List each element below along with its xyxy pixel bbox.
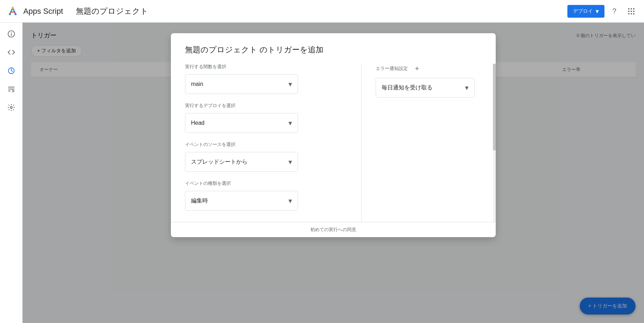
event-source-chevron-icon: ▾ (288, 158, 292, 166)
event-source-label: イベントのソースを選択 (185, 141, 347, 148)
grid-icon (627, 7, 635, 15)
dialog-bottom-label: 初めての実行への同意 (310, 227, 356, 232)
deploy-select-label: 実行するデプロイを選択 (185, 102, 347, 109)
svg-point-6 (633, 8, 634, 10)
function-chevron-icon: ▾ (288, 80, 292, 88)
modal-overlay: 無題のプロジェクト のトリガーを追加 実行する関数を選択 main ▾ 実行する… (23, 23, 644, 323)
event-type-label: イベントの種類を選択 (185, 180, 347, 187)
svg-point-11 (631, 13, 632, 14)
deploy-chevron-icon: ▾ (288, 119, 292, 127)
svg-point-12 (633, 13, 634, 14)
trigger-icon (7, 67, 15, 75)
settings-icon (7, 104, 15, 111)
svg-point-19 (10, 106, 12, 108)
sidebar-item-settings[interactable] (3, 99, 20, 116)
error-notify-select[interactable]: 毎日通知を受け取る ▾ (376, 78, 475, 98)
svg-point-15 (11, 32, 11, 33)
dialog-right-panel: エラー通知設定 + 毎日通知を受け取る ▾ (362, 64, 496, 222)
sidebar-item-code[interactable] (3, 44, 20, 61)
scrollbar-track (493, 64, 496, 222)
svg-point-2 (9, 13, 11, 15)
scrollbar-thumb[interactable] (493, 64, 496, 151)
error-notify-label: エラー通知設定 (376, 65, 408, 72)
deploy-button-label: デプロイ (573, 8, 593, 14)
sidebar (0, 23, 23, 323)
error-notify-chevron-icon: ▾ (465, 83, 469, 92)
function-select-label: 実行する関数を選択 (185, 64, 347, 70)
project-name: 無題のプロジェクト (76, 6, 148, 17)
executions-icon (7, 85, 15, 93)
svg-point-8 (631, 11, 632, 12)
add-error-notify-button[interactable]: + (412, 64, 422, 74)
plus-icon: + (415, 65, 419, 73)
event-type-select[interactable]: 編集時 ▾ (185, 191, 298, 211)
svg-point-5 (631, 8, 632, 10)
error-notify-value: 毎日通知を受け取る (382, 84, 433, 92)
main-layout: トリガー + フィルタを追加 オーナー 0 個のトリガーを表示してい エラー率 … (0, 23, 644, 323)
event-type-value: 編集時 (191, 197, 208, 205)
deploy-chevron-icon: ▾ (596, 7, 599, 15)
dialog-bottom-text: 初めての実行への同意 (171, 222, 496, 237)
dialog-left-panel: 実行する関数を選択 main ▾ 実行するデプロイを選択 Head ▾ イベント (171, 64, 362, 222)
apps-script-logo-icon (6, 4, 20, 18)
sidebar-item-executions[interactable] (3, 81, 20, 98)
function-select[interactable]: main ▾ (185, 74, 298, 94)
sidebar-item-triggers[interactable] (3, 62, 20, 79)
svg-point-1 (12, 7, 14, 9)
svg-point-3 (14, 13, 17, 15)
deploy-button[interactable]: デプロイ ▾ (567, 5, 604, 18)
code-icon (7, 48, 15, 56)
event-source-select[interactable]: スプレッドシートから ▾ (185, 152, 298, 172)
dialog-title: 無題のプロジェクト のトリガーを追加 (171, 33, 496, 64)
svg-point-9 (633, 11, 634, 12)
help-button[interactable]: ? (607, 4, 621, 18)
apps-grid-button[interactable] (624, 4, 638, 18)
content-area: トリガー + フィルタを追加 オーナー 0 個のトリガーを表示してい エラー率 … (23, 23, 644, 323)
dialog-inner: 実行する関数を選択 main ▾ 実行するデプロイを選択 Head ▾ イベント (171, 64, 496, 222)
app-name: Apps Script (23, 7, 63, 16)
app-logo: Apps Script (6, 4, 63, 18)
svg-point-4 (628, 8, 630, 10)
function-select-value: main (191, 81, 203, 87)
event-type-chevron-icon: ▾ (288, 196, 292, 205)
svg-point-7 (628, 11, 630, 12)
deploy-select[interactable]: Head ▾ (185, 113, 298, 133)
trigger-dialog: 無題のプロジェクト のトリガーを追加 実行する関数を選択 main ▾ 実行する… (171, 33, 496, 237)
topbar: Apps Script 無題のプロジェクト デプロイ ▾ ? (0, 0, 644, 23)
svg-point-10 (628, 13, 630, 14)
help-icon: ? (612, 7, 616, 15)
info-icon (7, 30, 15, 38)
event-source-value: スプレッドシートから (191, 158, 248, 166)
sidebar-item-info[interactable] (3, 25, 20, 42)
deploy-select-value: Head (191, 120, 204, 126)
error-section-header: エラー通知設定 + (376, 64, 482, 74)
